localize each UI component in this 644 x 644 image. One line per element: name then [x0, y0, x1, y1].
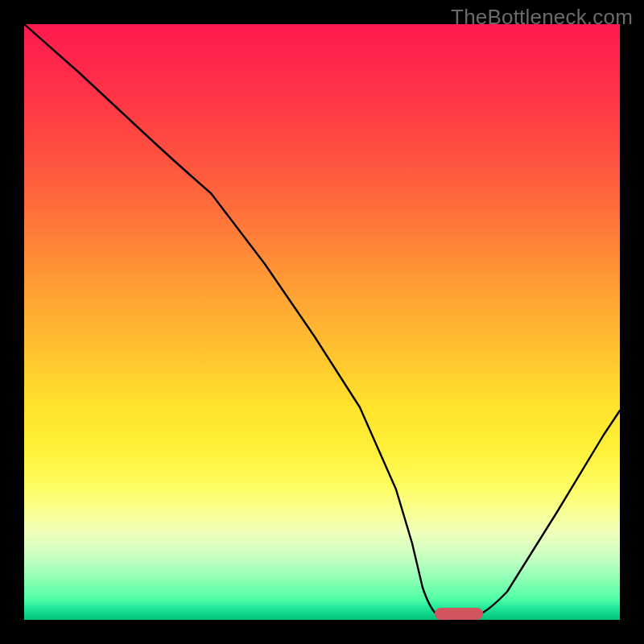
chart-wrapper: TheBottleneck.com [0, 0, 644, 644]
optimal-marker [435, 608, 483, 620]
plot-area [24, 24, 620, 620]
bottleneck-curve [24, 24, 620, 616]
curve-svg [24, 24, 620, 620]
watermark-text: TheBottleneck.com [451, 5, 633, 30]
